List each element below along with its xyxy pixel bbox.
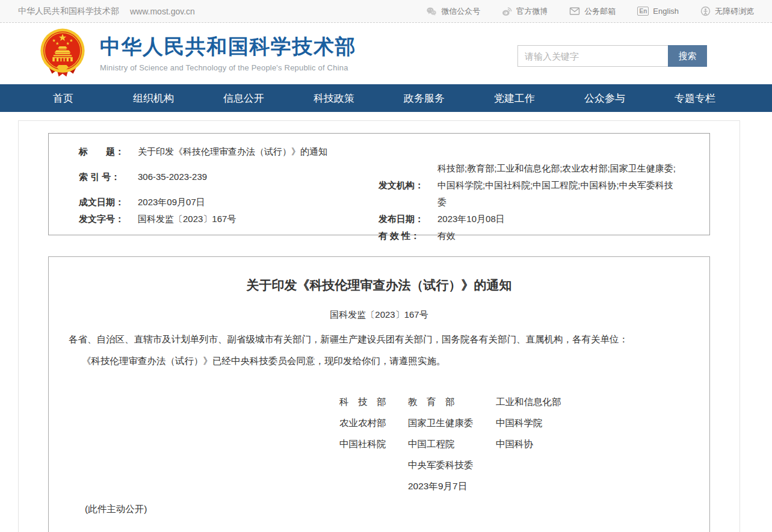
signer: 工业和信息化部	[496, 391, 709, 412]
main-nav: 首页 组织机构 信息公开 科技政策 政务服务 党建工作 公众参与 专题专栏	[0, 84, 772, 112]
site-name: 中华人民共和国科学技术部	[18, 6, 119, 17]
meta-title-value: 关于印发《科技伦理审查办法（试行）》的通知	[138, 143, 327, 160]
document-paragraph: 各省、自治区、直辖市及计划单列市、副省级城市有关部门，新疆生产建设兵团有关部门，…	[69, 329, 690, 350]
signer: 中国工程院	[408, 433, 496, 454]
site-url: www.most.gov.cn	[130, 7, 195, 16]
accessibility-label: 无障碍浏览	[715, 6, 754, 17]
meta-row-index-number: 索 引 号： 306-35-2023-239	[79, 169, 362, 185]
nav-item-organization[interactable]: 组织机构	[108, 84, 199, 112]
utility-links: 微信公众号 官方微博 公务邮箱	[426, 6, 754, 17]
site-search: 搜索	[517, 45, 707, 67]
accessibility-link[interactable]: 无障碍浏览	[700, 6, 754, 17]
meta-written-date-label: 成文日期：	[79, 194, 128, 211]
english-icon: En	[637, 7, 649, 16]
signer: 中国科协	[496, 433, 709, 454]
signer	[339, 454, 408, 475]
meta-row-title: 标 题： 关于印发《科技伦理审查办法（试行）》的通知	[79, 143, 362, 160]
meta-index-label: 索 引 号：	[79, 169, 128, 185]
weibo-label: 官方微博	[516, 6, 548, 17]
meta-right-column: 发文机构： 科技部;教育部;工业和信息化部;农业农村部;国家卫生健康委;中国科学…	[362, 134, 709, 235]
meta-row-issuing-agencies: 发文机构： 科技部;教育部;工业和信息化部;农业农村部;国家卫生健康委;中国科学…	[378, 160, 709, 211]
signer	[339, 475, 408, 496]
site-subtitle: Ministry of Science and Technology of th…	[100, 63, 356, 72]
national-emblem-icon	[39, 28, 87, 79]
meta-left-column: 标 题： 关于印发《科技伦理审查办法（试行）》的通知 索 引 号： 306-35…	[49, 134, 362, 235]
meta-index-value: 306-35-2023-239	[138, 169, 207, 185]
mail-label: 公务邮箱	[584, 6, 616, 17]
signer: 国家卫生健康委	[408, 412, 496, 433]
weibo-icon	[502, 7, 512, 16]
nav-item-special-columns[interactable]: 专题专栏	[650, 84, 740, 112]
site-header: 中华人民共和国科学技术部 Ministry of Science and Tec…	[0, 23, 772, 84]
brand-block[interactable]: 中华人民共和国科学技术部 Ministry of Science and Tec…	[100, 33, 356, 72]
document-meta-panel: 标 题： 关于印发《科技伦理审查办法（试行）》的通知 索 引 号： 306-35…	[48, 133, 710, 235]
signature-date: 2023年9月7日	[408, 475, 496, 496]
nav-item-public-participation[interactable]: 公众参与	[560, 84, 650, 112]
accessibility-icon	[700, 6, 711, 16]
meta-validity-value: 有效	[437, 227, 678, 244]
national-emblem-logo[interactable]	[39, 28, 87, 79]
meta-row-validity: 有 效 性： 有效	[378, 227, 709, 244]
signature-block: 科 技 部 教 育 部 工业和信息化部 农业农村部 国家卫生健康委 中国科学院 …	[339, 391, 709, 496]
signer: 中国社科院	[339, 433, 408, 454]
wechat-icon	[426, 7, 437, 16]
nav-item-gov-services[interactable]: 政务服务	[379, 84, 469, 112]
document-title: 关于印发《科技伦理审查办法（试行）》的通知	[49, 275, 709, 295]
signer: 科 技 部	[339, 391, 408, 412]
mail-link[interactable]: 公务邮箱	[569, 6, 616, 17]
english-link[interactable]: En English	[637, 7, 679, 16]
disclosure-note: (此件主动公开)	[85, 500, 709, 518]
signer: 教 育 部	[408, 391, 496, 412]
meta-title-label: 标 题：	[79, 143, 128, 160]
top-utility-bar: 中华人民共和国科学技术部 www.most.gov.cn 微信公众号	[0, 0, 772, 23]
meta-publish-date-label: 发布日期：	[378, 211, 428, 227]
nav-item-sci-tech-policy[interactable]: 科技政策	[289, 84, 379, 112]
document-paragraph: 《科技伦理审查办法（试行）》已经中央科技委员会同意，现印发给你们，请遵照实施。	[69, 350, 690, 372]
wechat-link[interactable]: 微信公众号	[426, 6, 480, 17]
wechat-label: 微信公众号	[441, 6, 480, 17]
english-label: English	[653, 7, 679, 16]
signer: 中国科学院	[496, 412, 709, 433]
meta-row-publish-date: 发布日期： 2023年10月08日	[378, 211, 709, 227]
search-input[interactable]	[517, 45, 668, 67]
nav-item-home[interactable]: 首页	[18, 84, 108, 112]
document-number: 国科发监〔2023〕167号	[49, 306, 709, 324]
signer: 农业农村部	[339, 412, 408, 433]
site-identity: 中华人民共和国科学技术部 www.most.gov.cn	[18, 6, 195, 17]
signer: 中央军委科技委	[408, 454, 496, 475]
document-text: 各省、自治区、直辖市及计划单列市、副省级城市有关部门，新疆生产建设兵团有关部门，…	[49, 329, 709, 372]
weibo-link[interactable]: 官方微博	[502, 6, 548, 17]
nav-item-info-disclosure[interactable]: 信息公开	[199, 84, 289, 112]
meta-validity-label: 有 效 性：	[378, 227, 428, 244]
site-title: 中华人民共和国科学技术部	[100, 33, 356, 61]
nav-item-party-building[interactable]: 党建工作	[469, 84, 560, 112]
signer	[496, 454, 709, 475]
meta-agencies-value: 科技部;教育部;工业和信息化部;农业农村部;国家卫生健康委;中国科学院;中国社科…	[437, 160, 678, 211]
meta-publish-date-value: 2023年10月08日	[437, 211, 678, 227]
meta-written-date-value: 2023年09月07日	[138, 194, 205, 211]
content-container: 标 题： 关于印发《科技伦理审查办法（试行）》的通知 索 引 号： 306-35…	[18, 120, 740, 532]
meta-doc-number-label: 发文字号：	[79, 211, 128, 227]
mail-icon	[569, 7, 580, 16]
meta-row-written-date: 成文日期： 2023年09月07日	[79, 194, 362, 211]
signer	[496, 475, 709, 496]
meta-doc-number-value: 国科发监〔2023〕167号	[138, 211, 236, 227]
document-body-panel: 关于印发《科技伦理审查办法（试行）》的通知 国科发监〔2023〕167号 各省、…	[48, 256, 710, 532]
search-button[interactable]: 搜索	[668, 45, 707, 67]
meta-agencies-label: 发文机构：	[378, 177, 428, 194]
meta-row-doc-number: 发文字号： 国科发监〔2023〕167号	[79, 211, 362, 227]
